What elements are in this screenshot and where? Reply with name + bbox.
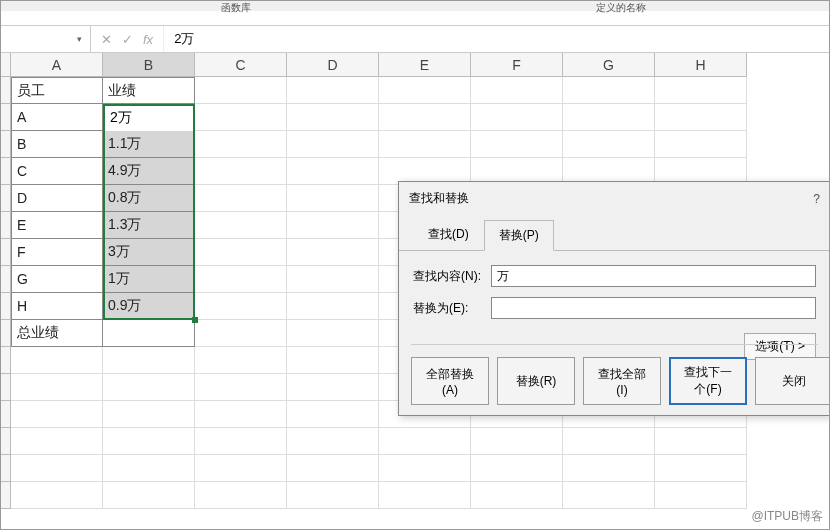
cell[interactable]: 总业绩: [11, 320, 103, 347]
cell[interactable]: [563, 482, 655, 509]
row-header[interactable]: [1, 320, 11, 347]
replace-button[interactable]: 替换(R): [497, 357, 575, 405]
cell[interactable]: [103, 374, 195, 401]
cell[interactable]: [563, 77, 655, 104]
cancel-icon[interactable]: ✕: [101, 32, 112, 47]
cell[interactable]: A: [11, 104, 103, 131]
cell[interactable]: [563, 131, 655, 158]
col-header-F[interactable]: F: [471, 53, 563, 77]
row-header[interactable]: [1, 212, 11, 239]
cell[interactable]: [103, 482, 195, 509]
row-header[interactable]: [1, 266, 11, 293]
cell[interactable]: [287, 293, 379, 320]
row-header[interactable]: [1, 347, 11, 374]
cell[interactable]: [11, 347, 103, 374]
cell[interactable]: E: [11, 212, 103, 239]
cell[interactable]: [379, 482, 471, 509]
row-header[interactable]: [1, 77, 11, 104]
col-header-D[interactable]: D: [287, 53, 379, 77]
col-header-B[interactable]: B: [103, 53, 195, 77]
cell[interactable]: 2万: [103, 104, 195, 131]
cell[interactable]: [287, 482, 379, 509]
cell[interactable]: 0.9万: [103, 293, 195, 320]
cell[interactable]: [379, 428, 471, 455]
chevron-down-icon[interactable]: ▾: [77, 34, 82, 44]
row-header[interactable]: [1, 455, 11, 482]
row-header[interactable]: [1, 374, 11, 401]
col-header-G[interactable]: G: [563, 53, 655, 77]
cell[interactable]: [287, 266, 379, 293]
cell[interactable]: [287, 77, 379, 104]
cell[interactable]: [195, 185, 287, 212]
cell[interactable]: [471, 131, 563, 158]
cell[interactable]: [195, 158, 287, 185]
cell[interactable]: 业绩: [103, 77, 195, 104]
cell[interactable]: [287, 401, 379, 428]
row-header[interactable]: [1, 104, 11, 131]
cell[interactable]: H: [11, 293, 103, 320]
cell[interactable]: [11, 482, 103, 509]
cell[interactable]: [471, 482, 563, 509]
cell[interactable]: [471, 428, 563, 455]
cell[interactable]: [379, 104, 471, 131]
cell[interactable]: D: [11, 185, 103, 212]
cell[interactable]: [195, 77, 287, 104]
cell[interactable]: [195, 212, 287, 239]
cell[interactable]: [103, 347, 195, 374]
cell[interactable]: [195, 428, 287, 455]
cell[interactable]: C: [11, 158, 103, 185]
cell[interactable]: [287, 104, 379, 131]
cell[interactable]: B: [11, 131, 103, 158]
cell[interactable]: [103, 401, 195, 428]
cell[interactable]: 1.1万: [103, 131, 195, 158]
cell[interactable]: [195, 239, 287, 266]
cell[interactable]: [655, 104, 747, 131]
cell[interactable]: F: [11, 239, 103, 266]
row-header[interactable]: [1, 293, 11, 320]
name-box[interactable]: ▾: [1, 26, 91, 52]
row-header[interactable]: [1, 131, 11, 158]
cell[interactable]: [11, 401, 103, 428]
help-icon[interactable]: ?: [813, 192, 820, 206]
tab-find[interactable]: 查找(D): [413, 219, 484, 250]
cell[interactable]: [655, 482, 747, 509]
cell[interactable]: [655, 77, 747, 104]
cell[interactable]: [287, 158, 379, 185]
cell[interactable]: [195, 455, 287, 482]
cell[interactable]: [195, 482, 287, 509]
cell[interactable]: [471, 104, 563, 131]
cell[interactable]: 3万: [103, 239, 195, 266]
cell[interactable]: 4.9万: [103, 158, 195, 185]
cell[interactable]: 员工: [11, 77, 103, 104]
cell[interactable]: [195, 347, 287, 374]
cell[interactable]: G: [11, 266, 103, 293]
fx-icon[interactable]: fx: [143, 32, 153, 47]
cell[interactable]: [655, 455, 747, 482]
cell[interactable]: [11, 455, 103, 482]
cell[interactable]: [563, 428, 655, 455]
col-header-H[interactable]: H: [655, 53, 747, 77]
cell[interactable]: [195, 104, 287, 131]
col-header-E[interactable]: E: [379, 53, 471, 77]
replace-input[interactable]: [491, 297, 816, 319]
row-header[interactable]: [1, 428, 11, 455]
col-header-A[interactable]: A: [11, 53, 103, 77]
col-header-C[interactable]: C: [195, 53, 287, 77]
cell[interactable]: [195, 131, 287, 158]
cell[interactable]: 1万: [103, 266, 195, 293]
cell[interactable]: [195, 320, 287, 347]
cell[interactable]: [103, 428, 195, 455]
dialog-titlebar[interactable]: 查找和替换 ?: [399, 182, 830, 215]
cell[interactable]: [287, 212, 379, 239]
find-next-button[interactable]: 查找下一个(F): [669, 357, 747, 405]
replace-all-button[interactable]: 全部替换(A): [411, 357, 489, 405]
cell[interactable]: [287, 131, 379, 158]
find-input[interactable]: [491, 265, 816, 287]
cell[interactable]: [195, 401, 287, 428]
cell[interactable]: [11, 374, 103, 401]
cell[interactable]: [287, 239, 379, 266]
cell[interactable]: [195, 266, 287, 293]
cell[interactable]: [563, 104, 655, 131]
cell[interactable]: [287, 455, 379, 482]
cell[interactable]: [195, 374, 287, 401]
